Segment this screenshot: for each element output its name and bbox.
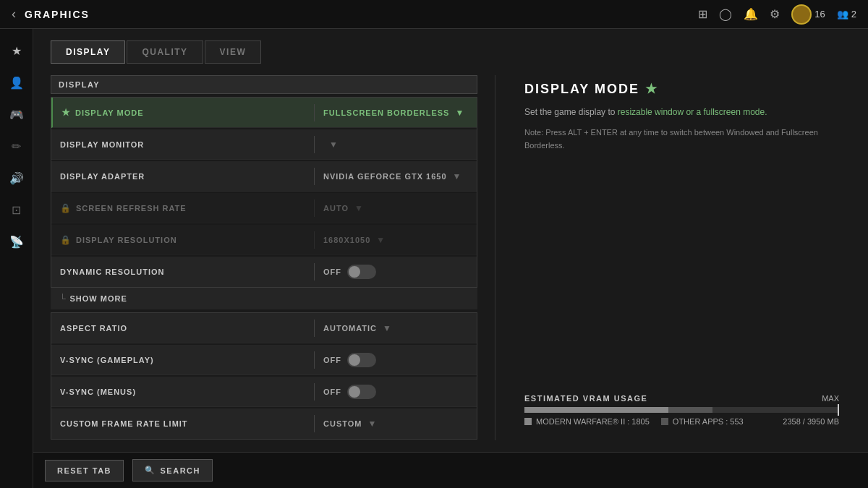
grid-icon[interactable]: ⊞	[698, 7, 707, 21]
setting-row-display-resolution: 🔒 DISPLAY RESOLUTION 1680X1050 ▼	[51, 225, 477, 255]
setting-value-display-mode: FULLSCREEN BORDERLESS ▼	[323, 108, 468, 118]
setting-value-vsync-menus: OFF	[323, 385, 468, 399]
info-note: Note: Press ALT + ENTER at any time to s…	[524, 127, 839, 152]
tab-display[interactable]: DISPLAY	[51, 40, 125, 64]
show-more-text: SHOW MORE	[70, 294, 127, 303]
main-layout: ★ 👤 🎮 ✏ 🔊 ⊡ 📡 DISPLAY QUALITY VIEW DISPL…	[0, 29, 868, 488]
top-bar-left: ‹ GRAPHICS	[12, 7, 90, 22]
chevron-down-icon: ▼	[354, 203, 364, 213]
setting-row-display-adapter[interactable]: DISPLAY ADAPTER NVIDIA GEFORCE GTX 1650 …	[51, 161, 477, 192]
star-icon-info: ★	[645, 81, 658, 97]
bottom-bar: RESET TAB 🔍 SEARCH	[33, 452, 868, 488]
toggle-knob	[349, 266, 360, 278]
players-badge: 👥 2	[837, 9, 856, 20]
show-more-indent-icon: └	[59, 294, 66, 304]
setting-row-display-mode[interactable]: ★ DISPLAY MODE FULLSCREEN BORDERLESS ▼	[51, 98, 477, 128]
setting-label-dynamic-resolution: DYNAMIC RESOLUTION	[60, 267, 305, 276]
sidebar-item-display[interactable]: ⊡	[4, 197, 30, 223]
tabs-bar: DISPLAY QUALITY VIEW	[33, 29, 868, 64]
toggle-vsync-gameplay[interactable]	[347, 353, 376, 367]
toggle-knob	[349, 354, 360, 366]
left-sidebar: ★ 👤 🎮 ✏ 🔊 ⊡ 📡	[0, 29, 33, 488]
divider	[314, 415, 315, 432]
chevron-down-icon: ▼	[455, 108, 464, 118]
settings-rows-main: ★ DISPLAY MODE FULLSCREEN BORDERLESS ▼ D…	[51, 97, 477, 288]
setting-label-display-adapter: DISPLAY ADAPTER	[60, 172, 305, 181]
divider	[314, 320, 315, 337]
search-button[interactable]: 🔍 SEARCH	[132, 459, 213, 481]
top-bar-right: ⊞ ◯ 🔔 ⚙ 16 👥 2	[698, 4, 856, 25]
tab-view[interactable]: VIEW	[205, 40, 262, 64]
setting-row-vsync-gameplay[interactable]: V-SYNC (GAMEPLAY) OFF	[51, 345, 477, 375]
info-link[interactable]: resizable window or a fullscreen mode.	[618, 107, 767, 117]
page-title: GRAPHICS	[25, 9, 90, 20]
divider	[314, 383, 315, 401]
star-icon-display-mode: ★	[61, 107, 71, 118]
sidebar-item-controller[interactable]: 🎮	[4, 101, 30, 127]
setting-label-screen-refresh-rate: 🔒 SCREEN REFRESH RATE	[60, 203, 305, 213]
setting-label-display-resolution: 🔒 DISPLAY RESOLUTION	[60, 235, 305, 245]
info-panel: DISPLAY MODE ★ Set the game display to r…	[513, 75, 851, 440]
setting-row-display-monitor[interactable]: DISPLAY MONITOR ▼	[51, 129, 477, 160]
setting-row-aspect-ratio[interactable]: ASPECT RATIO AUTOMATIC ▼	[51, 313, 477, 343]
divider	[314, 351, 315, 369]
vram-max-label: MAX	[822, 394, 839, 403]
settings-rows-secondary: ASPECT RATIO AUTOMATIC ▼ V-SYNC (GAMEPLA…	[51, 312, 477, 440]
back-button[interactable]: ‹	[12, 7, 16, 22]
tab-quality[interactable]: QUALITY	[127, 40, 203, 64]
headset-icon[interactable]: ◯	[719, 7, 732, 21]
divider	[314, 231, 315, 249]
sidebar-item-player[interactable]: 👤	[4, 69, 30, 95]
settings-panel: DISPLAY ★ DISPLAY MODE FULLSCREEN BORDER…	[33, 64, 868, 452]
divider	[314, 200, 315, 217]
vram-header: ESTIMATED VRAM USAGE MAX	[524, 394, 839, 403]
setting-label-vsync-menus: V-SYNC (MENUS)	[60, 388, 305, 396]
sidebar-item-favorites[interactable]: ★	[4, 38, 30, 64]
setting-value-custom-frame-rate: CUSTOM ▼	[323, 419, 468, 429]
setting-value-aspect-ratio: AUTOMATIC ▼	[323, 323, 468, 333]
vram-bar-container	[524, 407, 839, 413]
chevron-down-icon: ▼	[453, 171, 462, 181]
vram-bar-other	[668, 407, 712, 413]
setting-value-dynamic-resolution: OFF	[323, 265, 468, 279]
avatar	[791, 4, 812, 25]
section-header-display: DISPLAY	[51, 75, 477, 94]
vram-usage-text: 2358 / 3950 MB	[783, 417, 839, 426]
vram-title: ESTIMATED VRAM USAGE	[524, 394, 647, 403]
reset-tab-button[interactable]: RESET TAB	[45, 460, 124, 481]
settings-icon[interactable]: ⚙	[770, 7, 780, 21]
sidebar-item-audio[interactable]: 🔊	[4, 165, 30, 191]
chevron-down-icon: ▼	[367, 419, 377, 429]
setting-row-vsync-menus[interactable]: V-SYNC (MENUS) OFF	[51, 377, 477, 407]
divider	[314, 168, 315, 185]
vram-dot-mw	[524, 418, 532, 425]
sidebar-item-network[interactable]: 📡	[4, 228, 30, 254]
level-badge: 16	[791, 4, 825, 25]
chevron-down-icon: ▼	[329, 140, 339, 150]
setting-row-dynamic-resolution[interactable]: DYNAMIC RESOLUTION OFF	[51, 257, 477, 287]
lock-icon-resolution: 🔒	[60, 235, 72, 245]
chevron-down-icon: ▼	[376, 235, 386, 245]
setting-value-display-adapter: NVIDIA GEFORCE GTX 1650 ▼	[323, 171, 468, 181]
toggle-vsync-menus[interactable]	[347, 385, 376, 399]
show-more-row[interactable]: └ SHOW MORE	[51, 288, 477, 309]
toggle-dynamic-resolution[interactable]	[347, 265, 376, 279]
vram-legend-mw: MODERN WARFARE® II : 1805	[524, 417, 650, 426]
setting-value-screen-refresh-rate: AUTO ▼	[323, 203, 468, 213]
setting-row-custom-frame-rate[interactable]: CUSTOM FRAME RATE LIMIT CUSTOM ▼	[51, 408, 477, 439]
vram-max-line	[838, 404, 839, 416]
notification-icon[interactable]: 🔔	[744, 7, 758, 21]
divider	[314, 104, 315, 121]
level-number: 16	[814, 9, 825, 20]
divider	[314, 136, 315, 153]
content-area: DISPLAY QUALITY VIEW DISPLAY ★ DISPLAY M…	[33, 29, 868, 488]
setting-label-display-mode: ★ DISPLAY MODE	[61, 107, 305, 118]
chevron-down-icon: ▼	[383, 323, 392, 333]
vertical-divider	[495, 75, 495, 440]
info-title: DISPLAY MODE ★	[524, 81, 839, 97]
vram-legend-row: MODERN WARFARE® II : 1805 OTHER APPS : 5…	[524, 417, 839, 426]
vram-legend-other: OTHER APPS : 553	[661, 417, 744, 426]
sidebar-item-keyboard[interactable]: ✏	[4, 133, 30, 159]
vram-section: ESTIMATED VRAM USAGE MAX MODERN WARFARE®…	[524, 385, 839, 435]
lock-icon-refresh: 🔒	[60, 203, 72, 213]
